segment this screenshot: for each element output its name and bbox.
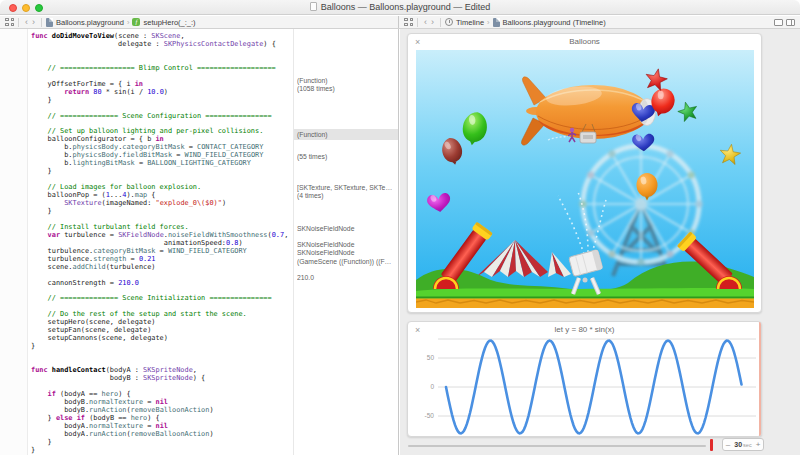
forward-button[interactable]: ›	[429, 18, 436, 27]
svg-text:50: 50	[427, 354, 435, 361]
function-symbol-icon: f	[132, 18, 140, 26]
forward-button[interactable]: ›	[30, 18, 37, 27]
svg-text:-50: -50	[425, 412, 435, 419]
result-item[interactable]: (Function)	[294, 129, 399, 140]
results-sidebar: (Function)(1058 times)(Function)(55 time…	[293, 29, 399, 455]
title-bar: Balloons — Balloons.playground — Edited	[0, 0, 800, 15]
window-title: Balloons — Balloons.playground — Edited	[0, 2, 800, 12]
timeline-icon	[445, 18, 453, 26]
result-item[interactable]: (55 times)	[297, 153, 398, 161]
chart-tick-labels: 500-50	[425, 354, 435, 419]
svg-text:0: 0	[430, 383, 434, 390]
timeline-pane: × Balloons	[400, 29, 800, 455]
source-editor[interactable]: func doDidMoveToView(scene : SKScene, de…	[0, 29, 399, 455]
live-timeline-edge	[759, 322, 761, 436]
jump-bar-left: ‹ › Balloons.playground › f setupHero(_:…	[0, 16, 399, 28]
back-button[interactable]: ‹	[23, 18, 30, 27]
breadcrumb-symbol[interactable]: setupHero(_:_:)	[143, 18, 195, 27]
increase-window-button[interactable]: +	[753, 439, 763, 450]
playground-file-icon	[46, 18, 53, 27]
timeline-window-stepper: – 30sec +	[722, 438, 764, 451]
breadcrumb-file[interactable]: Balloons.playground (Timeline)	[503, 18, 606, 27]
xcode-window: Balloons — Balloons.playground — Edited …	[0, 0, 800, 455]
decrease-window-button[interactable]: –	[723, 439, 733, 450]
jump-bar-row: ‹ › Balloons.playground › f setupHero(_:…	[0, 16, 800, 29]
window-duration-label: 30sec	[733, 439, 753, 451]
chart-title: let y = 80 * sin(x)	[408, 325, 761, 334]
breadcrumb-separator: ›	[127, 18, 130, 27]
related-items-icon[interactable]	[404, 18, 413, 26]
editor-gutter	[0, 29, 28, 455]
breadcrumb-context[interactable]: Timeline	[456, 18, 484, 27]
playground-file-icon	[493, 18, 500, 27]
chart-card-header: × let y = 80 * sin(x)	[408, 322, 761, 338]
standard-editor-icon[interactable]	[774, 19, 783, 26]
sine-chart: 500-50	[408, 338, 763, 438]
result-item[interactable]: 210.0	[297, 274, 398, 282]
balloons-scene	[416, 50, 754, 308]
related-items-icon[interactable]	[5, 18, 14, 26]
timeline-playhead[interactable]	[710, 439, 713, 451]
back-button[interactable]: ‹	[422, 18, 429, 27]
result-item[interactable]: (Function)(1058 times)	[297, 77, 398, 94]
breadcrumb-file[interactable]: Balloons.playground	[56, 18, 124, 27]
scene-title: Balloons	[408, 37, 761, 46]
result-item[interactable]: SKNoiseFieldNode	[297, 225, 398, 233]
result-item[interactable]: SKNoiseFieldNodeSKNoiseFieldNode(GameSce…	[297, 241, 398, 266]
assistant-editor-icon[interactable]	[786, 19, 795, 26]
jump-bar-right: ‹ › Timeline › Balloons.playground (Time…	[399, 16, 800, 28]
dirt	[416, 299, 754, 309]
document-proxy-icon	[310, 2, 317, 11]
timeline-scrubber-track[interactable]	[408, 445, 706, 447]
scene-card-header: × Balloons	[408, 34, 761, 50]
chart-card: × let y = 80 * sin(x) 500-50	[407, 321, 762, 437]
result-item[interactable]: [SKTexture, SKTexture, SKTe…(4 times)	[297, 184, 398, 201]
scene-card: × Balloons	[407, 33, 762, 313]
breadcrumb-separator: ›	[487, 18, 490, 27]
code-lines[interactable]: func doDidMoveToView(scene : SKScene, de…	[31, 33, 292, 455]
